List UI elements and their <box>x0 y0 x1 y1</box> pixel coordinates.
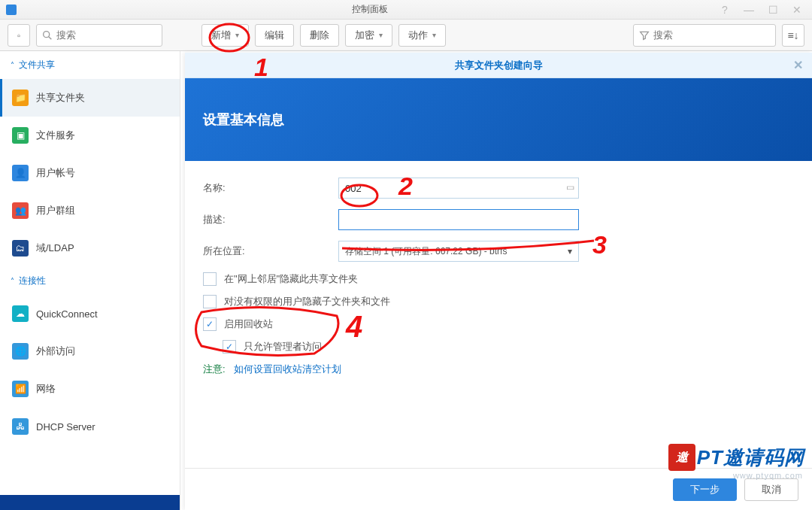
add-button-label: 新增 <box>211 29 231 42</box>
create-shared-folder-wizard: 共享文件夹创建向导 ✕ 设置基本信息 名称: ▭ 描述: 所在位置: 存储空间 … <box>185 53 812 510</box>
titlebar: 控制面板 ? — ☐ ✕ <box>0 0 812 20</box>
modal-title-bar: 共享文件夹创建向导 ✕ <box>185 53 812 78</box>
note-row: 注意: 如何设置回收站清空计划 <box>203 363 794 376</box>
cloud-icon: ☁ <box>12 305 29 322</box>
modal-footer: 下一步 取消 <box>185 468 812 510</box>
description-label: 描述: <box>203 213 338 226</box>
modal-title-text: 共享文件夹创建向导 <box>455 59 543 72</box>
watermark-text: PT邀请码网 <box>697 445 804 471</box>
watermark: 邀 PT邀请码网 <box>668 444 804 471</box>
sidebar-item-label: 用户帐号 <box>36 166 75 180</box>
sidebar-section-label: 连接性 <box>19 275 46 287</box>
note-prefix: 注意: <box>203 363 226 375</box>
edit-button[interactable]: 编辑 <box>255 24 294 47</box>
add-button[interactable]: 新增 <box>201 24 249 47</box>
sidebar-item-label: 外部访问 <box>36 345 75 358</box>
id-card-icon: ▭ <box>566 182 574 193</box>
checkbox-checked-icon <box>203 317 217 331</box>
sidebar-item-label: 域/LDAP <box>36 241 74 255</box>
close-window-icon[interactable]: ✕ <box>789 4 804 16</box>
watermark-badge: 邀 <box>668 444 695 471</box>
maximize-icon[interactable]: ☐ <box>765 4 780 16</box>
checkbox-enable-recycle-bin[interactable]: 启用回收站 <box>203 317 794 331</box>
help-icon[interactable]: ? <box>717 4 732 16</box>
sidebar-item-groups[interactable]: 👥 用户群组 <box>0 192 180 229</box>
sidebar-item-domain-ldap[interactable]: 🗂 域/LDAP <box>0 229 180 267</box>
app-icon <box>6 5 17 15</box>
ldap-icon: 🗂 <box>12 240 29 257</box>
checkbox-hide-no-permission[interactable]: 对没有权限的用户隐藏子文件夹和文件 <box>203 295 794 308</box>
sidebar-section-label: 文件共享 <box>19 59 55 71</box>
encrypt-button-label: 加密 <box>355 29 374 42</box>
right-search-box[interactable] <box>633 24 776 47</box>
home-icon <box>17 29 20 41</box>
sidebar-section-connectivity[interactable]: ˄ 连接性 <box>0 267 180 295</box>
sort-button[interactable]: ≡↓ <box>782 24 804 47</box>
network-icon: 📶 <box>12 381 29 397</box>
sidebar-item-label: 文件服务 <box>36 129 75 142</box>
modal-close-button[interactable]: ✕ <box>793 58 803 72</box>
chevron-up-icon: ˄ <box>11 61 14 69</box>
next-button[interactable]: 下一步 <box>673 478 737 501</box>
checkbox-icon <box>203 272 217 286</box>
right-search-input[interactable] <box>653 29 744 41</box>
sidebar-item-label: QuickConnect <box>36 308 98 320</box>
search-icon <box>41 29 53 41</box>
checkbox-label: 对没有权限的用户隐藏子文件夹和文件 <box>224 295 390 308</box>
description-input[interactable] <box>338 209 579 230</box>
window-title: 控制面板 <box>23 3 717 16</box>
checkbox-checked-icon <box>223 340 236 354</box>
sort-icon: ≡↓ <box>787 29 798 41</box>
sidebar-item-label: 网络 <box>36 382 56 396</box>
cancel-button[interactable]: 取消 <box>744 478 798 501</box>
service-icon: ▣ <box>12 127 29 144</box>
user-icon: 👤 <box>12 165 29 181</box>
note-link[interactable]: 如何设置回收站清空计划 <box>234 363 341 375</box>
chevron-up-icon: ˄ <box>11 277 14 285</box>
checkbox-label: 启用回收站 <box>224 317 273 331</box>
sidebar-item-users[interactable]: 👤 用户帐号 <box>0 154 180 192</box>
group-icon: 👥 <box>12 202 29 219</box>
chevron-down-icon: ▾ <box>568 246 572 257</box>
sidebar-item-label: DHCP Server <box>36 421 95 433</box>
svg-line-1 <box>49 36 52 39</box>
modal-banner: 设置基本信息 <box>185 78 812 161</box>
svg-point-0 <box>44 31 50 37</box>
delete-button[interactable]: 删除 <box>300 24 339 47</box>
home-button[interactable] <box>8 24 30 47</box>
checkbox-label: 只允许管理者访问 <box>244 340 322 354</box>
action-button-label: 动作 <box>408 29 428 42</box>
encrypt-button[interactable]: 加密 <box>345 24 392 47</box>
sidebar: ˄ 文件共享 📁 共享文件夹 ▣ 文件服务 👤 用户帐号 👥 用户群组 🗂 域/… <box>0 51 180 510</box>
sidebar-item-quickconnect[interactable]: ☁ QuickConnect <box>0 295 180 332</box>
sidebar-item-label: 用户群组 <box>36 204 75 217</box>
sidebar-item-file-services[interactable]: ▣ 文件服务 <box>0 117 180 154</box>
sidebar-item-network[interactable]: 📶 网络 <box>0 370 180 408</box>
location-select-value: 存储空间 1 (可用容量: 667.22 GB) - btrfs <box>345 245 507 258</box>
watermark-url: www.ptyqm.com <box>733 471 803 480</box>
left-search-input[interactable] <box>56 29 147 41</box>
minimize-icon[interactable]: — <box>741 4 756 16</box>
sidebar-item-external-access[interactable]: 🌐 外部访问 <box>0 332 180 370</box>
name-input[interactable] <box>338 178 579 199</box>
modal-banner-text: 设置基本信息 <box>203 111 284 129</box>
location-select[interactable]: 存储空间 1 (可用容量: 667.22 GB) - btrfs ▾ <box>338 241 579 262</box>
sidebar-footer-strip <box>0 495 180 510</box>
checkbox-label: 在"网上邻居"隐藏此共享文件夹 <box>224 272 358 286</box>
dhcp-icon: 🖧 <box>12 418 29 435</box>
sidebar-item-label: 共享文件夹 <box>36 91 85 105</box>
sidebar-item-dhcp[interactable]: 🖧 DHCP Server <box>0 408 180 445</box>
action-button[interactable]: 动作 <box>398 24 446 47</box>
sidebar-item-shared-folder[interactable]: 📁 共享文件夹 <box>0 79 180 117</box>
sidebar-section-file-sharing[interactable]: ˄ 文件共享 <box>0 51 180 79</box>
checkbox-hide-network[interactable]: 在"网上邻居"隐藏此共享文件夹 <box>203 272 794 286</box>
toolbar: 新增 编辑 删除 加密 动作 ≡↓ <box>0 20 812 51</box>
checkbox-admin-only[interactable]: 只允许管理者访问 <box>223 340 794 354</box>
checkbox-icon <box>203 295 217 308</box>
filter-icon <box>638 29 650 41</box>
modal-body: 名称: ▭ 描述: 所在位置: 存储空间 1 (可用容量: 667.22 GB)… <box>185 161 812 468</box>
left-search-box[interactable] <box>36 24 162 47</box>
name-label: 名称: <box>203 181 338 195</box>
location-label: 所在位置: <box>203 244 338 258</box>
globe-icon: 🌐 <box>12 343 29 360</box>
